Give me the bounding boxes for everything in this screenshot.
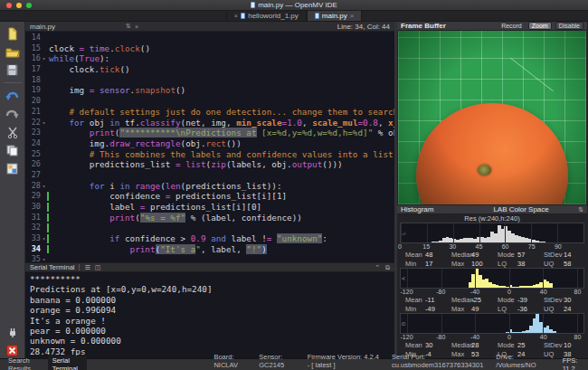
statusbar-tab-search-results[interactable]: Search Results	[4, 356, 44, 370]
code-token: range	[135, 181, 160, 191]
code-token: i	[105, 181, 120, 191]
redo-icon[interactable]	[4, 106, 22, 122]
histogram-plot-A: A	[400, 268, 584, 289]
editor-line: 18	[25, 75, 394, 86]
stat-label: Max	[446, 260, 471, 268]
zoom-button[interactable]: Zoom	[528, 22, 552, 30]
stat-value: 57	[517, 251, 538, 259]
stat-value: -39	[517, 296, 538, 304]
line-number: 20	[25, 96, 41, 107]
stat-label: Mode	[492, 251, 517, 259]
code-text	[49, 170, 394, 181]
window-title-wrap: main.py — OpenMV IDE	[0, 1, 588, 9]
stat-value: 25	[517, 341, 538, 349]
cut-icon[interactable]	[4, 124, 22, 140]
code-text: # default settings just do one detection…	[49, 107, 394, 118]
code-token: in	[109, 118, 119, 128]
stat-cell: UQ24	[538, 305, 584, 313]
histogram-header: Histogram LAB Color Space ⇅	[397, 204, 587, 214]
stat-label: UQ	[538, 260, 564, 268]
line-number: 17	[25, 64, 41, 75]
gutter-cell: 32	[25, 223, 49, 233]
stat-label: Mean	[400, 341, 425, 349]
open-folder-icon[interactable]	[4, 43, 22, 60]
code-token: "%s = %f"	[140, 213, 185, 223]
connect-icon[interactable]	[4, 324, 22, 340]
editor-line: 34 print("It's a", label, "!")	[25, 244, 394, 255]
stat-label: LQ	[492, 305, 517, 313]
serial-terminal-header: Serial Terminal ☰ ◫ ⌃ ⧉	[25, 262, 394, 272]
frame-buffer-image[interactable]	[398, 31, 586, 204]
fold-arrow-icon[interactable]: ▾	[41, 118, 47, 128]
stats-row: Min-49Max49LQ-36UQ24	[400, 305, 584, 314]
channel-label: B	[401, 321, 406, 325]
tick-label: 0	[507, 289, 511, 295]
code-text: img.draw_rectangle(obj.rect())	[49, 138, 394, 149]
close-tab-icon[interactable]: ×	[234, 12, 239, 20]
save-icon[interactable]	[4, 62, 22, 78]
histogram-plot-B: B	[400, 313, 584, 334]
record-button[interactable]: Record	[498, 23, 525, 29]
collapse-panel-icon[interactable]: ⌃	[375, 264, 380, 271]
undo-icon[interactable]	[4, 88, 22, 104]
toolbar-separator	[4, 82, 22, 83]
document-selector[interactable]: main.py ⇅ ×	[30, 23, 138, 31]
code-token: zip	[211, 159, 226, 169]
line-number: 22	[25, 118, 41, 128]
fold-arrow-icon[interactable]: ▾	[41, 53, 47, 64]
color-space-select[interactable]: LAB Color Space	[464, 205, 578, 213]
line-number: 31	[25, 213, 41, 223]
code-text: predictions_list = list(zip(labels, obj.…	[49, 159, 394, 170]
copy-icon[interactable]	[4, 142, 22, 158]
stat-value: -36	[517, 305, 538, 313]
fold-arrow-icon[interactable]: ▾	[41, 233, 47, 244]
serial-terminal-output[interactable]: **********Predictions at [x=0,y=0,w=240,…	[25, 272, 394, 358]
detach-panel-icon[interactable]: ⧉	[385, 264, 390, 271]
window-title: main.py — OpenMV IDE	[258, 1, 337, 9]
stat-label: Min	[400, 260, 425, 268]
code-token: # This combines the labels and confidenc…	[49, 149, 394, 159]
stat-value: 49	[471, 305, 492, 313]
fold-arrow-icon[interactable]: ▾	[41, 254, 47, 262]
changed-line-marker	[47, 245, 49, 254]
tick-label: 40	[540, 334, 547, 340]
code-text: print("**********\nPredictions at [x=%d,…	[49, 128, 394, 138]
code-token: while	[49, 53, 74, 63]
paste-icon[interactable]	[4, 160, 22, 176]
statusbar-tab-serial-terminal[interactable]: Serial Terminal	[48, 356, 88, 370]
fold-arrow-icon[interactable]: ▾	[41, 181, 47, 192]
stat-cell: Mean48	[400, 251, 446, 259]
grid-line	[557, 223, 558, 242]
editor-column: main.py ⇅ × Line: 34, Col: 44 1415clock …	[25, 22, 394, 358]
resolution-label: Res (w:240,h:240)	[397, 214, 587, 223]
tab-main-py[interactable]: main.py×	[307, 11, 363, 21]
code-text	[49, 33, 394, 43]
code-token: % (label, confidence))	[185, 213, 302, 223]
code-token	[49, 118, 69, 128]
clear-terminal-icon[interactable]: ☰	[84, 264, 90, 271]
grid-line	[543, 314, 544, 333]
tick-label: 60	[502, 243, 509, 250]
save-log-icon[interactable]: ◫	[95, 264, 101, 271]
code-token: label	[49, 202, 140, 212]
code-token: 0.9	[191, 233, 206, 243]
code-editor[interactable]: 1415clock = time.clock()16▾while(True):1…	[25, 32, 394, 262]
code-text: while(True):	[49, 53, 394, 64]
code-token: ()	[140, 43, 150, 53]
stat-cell: Mode-39	[492, 296, 538, 304]
stat-label: Mode	[492, 341, 517, 349]
terminal-line: pear = 0.000000	[30, 326, 394, 336]
tick-label: 0	[398, 243, 402, 250]
histogram-channel-L: L0153045607590Mean48Median49Mode57StDev1…	[397, 223, 587, 268]
new-file-icon[interactable]	[4, 25, 22, 42]
histogram-plot-L: L	[400, 223, 584, 243]
close-document-icon[interactable]: ×	[135, 24, 138, 30]
close-tab-icon[interactable]: ×	[350, 12, 355, 20]
tab-helloworld_1-py[interactable]: ×helloworld_1.py	[226, 11, 307, 21]
stat-cell: Median28	[446, 341, 492, 349]
stat-value: 48	[425, 251, 446, 259]
disable-button[interactable]: Disable	[555, 22, 583, 30]
grid-line	[509, 269, 510, 288]
code-text	[49, 75, 394, 86]
histogram-channel-A: A-120-80-4004080Mean-11Median-25Mode-39S…	[397, 268, 587, 313]
